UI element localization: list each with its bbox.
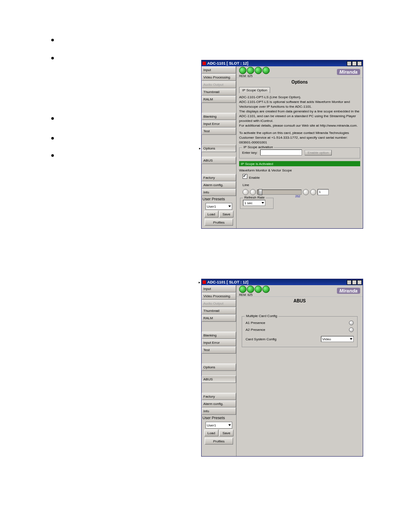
minimize-icon[interactable]: _ <box>347 280 352 285</box>
sidebar-item-input[interactable]: Input <box>202 285 236 292</box>
status-icon <box>262 286 270 293</box>
page-title: Options <box>237 80 363 84</box>
sidebar-item-abus[interactable]: ABUS <box>202 157 236 164</box>
save-button[interactable]: Save <box>219 211 234 218</box>
info-text: To activate the option on this card, ple… <box>239 131 360 145</box>
slider-dec-button[interactable] <box>250 189 256 195</box>
sidebar-item-audio-output[interactable]: Audio Output <box>202 81 236 88</box>
enable-option-button[interactable]: Enable option <box>305 150 332 156</box>
slider-inc-button[interactable] <box>310 189 316 195</box>
slider-thumb[interactable] <box>258 189 262 195</box>
refresh-rate-group: Refresh Rate 1 sec <box>240 198 274 209</box>
doc-bullet <box>51 154 54 157</box>
enter-key-label: Enter key: <box>242 151 258 155</box>
maximize-icon[interactable]: □ <box>352 280 357 285</box>
save-button[interactable]: Save <box>219 429 234 436</box>
sidebar-item-thumbnail[interactable]: Thumbnail <box>202 307 236 314</box>
a2-presence-indicator <box>349 327 354 332</box>
sidebar: Input Video Processing Audio Output Thum… <box>202 285 237 456</box>
sidebar-item-blanking[interactable]: Blanking <box>202 332 236 339</box>
chevron-down-icon <box>228 424 231 426</box>
sidebar-item-video-processing[interactable]: Video Processing <box>202 292 236 300</box>
app-icon <box>202 280 206 284</box>
line-value-input[interactable]: 1 <box>318 189 329 195</box>
multiple-card-config-group: Multiple Card Config A1 Presence A2 Pres… <box>242 316 358 347</box>
tab-ip-scope-option[interactable]: IP Scope Option <box>239 87 270 93</box>
titlebar[interactable]: ADC-1101 [ SLOT : 12] _ □ × <box>202 60 363 66</box>
content-pane: REM: 625 Miranda ABUS Multiple Card Conf… <box>237 285 363 456</box>
sidebar-item-test[interactable]: Test <box>202 346 236 354</box>
line-slider[interactable]: 262 <box>257 190 302 195</box>
window-title: ADC-1101 [ SLOT : 12] <box>207 61 249 65</box>
sidebar-item-abus[interactable]: ABUS <box>202 376 236 383</box>
preset-select[interactable]: User1 <box>206 422 232 429</box>
sidebar-item-video-processing[interactable]: Video Processing <box>202 74 236 81</box>
group-legend: Multiple Card Config <box>245 314 278 318</box>
ip-scope-activation-group: IP Scope activation Enter key: Enable op… <box>239 147 360 159</box>
status-icon <box>247 67 254 74</box>
status-icon <box>262 67 270 74</box>
user-presets-header: User Presets <box>202 196 236 202</box>
abus-window: ADC-1101 [ SLOT : 12] _ □ × Input Video … <box>201 279 363 457</box>
sidebar-item-input-error[interactable]: Input Error <box>202 120 236 128</box>
load-button[interactable]: Load <box>204 211 218 218</box>
card-system-config-select[interactable]: Video <box>321 336 354 342</box>
slider-inc-button[interactable] <box>303 189 309 195</box>
close-icon[interactable]: × <box>357 280 362 285</box>
sidebar-item-alarm-config[interactable]: Alarm config. <box>202 400 236 408</box>
sidebar-item-audio-output[interactable]: Audio Output <box>202 300 236 307</box>
status-icon <box>239 286 246 293</box>
status-icon <box>255 67 262 74</box>
sidebar-item-info[interactable]: Info <box>202 408 236 415</box>
brand-logo: Miranda <box>337 69 360 75</box>
enable-checkbox-label: Enable <box>249 176 260 180</box>
sidebar-item-input-error[interactable]: Input Error <box>202 339 236 346</box>
sidebar-item-ralm[interactable]: RALM <box>202 96 236 103</box>
content-pane: REM: 625 Miranda Options IP Scope Option… <box>237 66 363 228</box>
doc-bullet <box>51 117 54 120</box>
options-window: ADC-1101 [ SLOT : 12] _ □ × Input Video … <box>201 60 363 229</box>
sidebar-item-ralm[interactable]: RALM <box>202 314 236 322</box>
group-legend: Refresh Rate <box>243 196 266 199</box>
a1-presence-label: A1 Presence <box>246 321 265 325</box>
header-subtext: REM: 625 <box>239 75 270 78</box>
profiles-button[interactable]: Profiles <box>205 219 233 226</box>
maximize-icon[interactable]: □ <box>352 61 357 66</box>
load-button[interactable]: Load <box>204 429 218 436</box>
page-title: ABUS <box>237 299 363 303</box>
minimize-icon[interactable]: _ <box>347 61 352 66</box>
status-activated: IP Scope is Activated <box>239 161 360 166</box>
sidebar-item-options[interactable]: ▸Options <box>202 364 236 371</box>
doc-bullet <box>51 137 54 140</box>
sidebar-item-alarm-config[interactable]: Alarm config. <box>202 181 236 189</box>
titlebar[interactable]: ADC-1101 [ SLOT : 12] _ □ × <box>202 279 363 285</box>
sidebar-item-blanking[interactable]: Blanking <box>202 113 236 120</box>
a1-presence-indicator <box>349 320 354 325</box>
user-presets-header: User Presets <box>202 415 236 421</box>
sidebar-item-factory[interactable]: Factory <box>202 174 236 181</box>
header-subtext: REM: 625 <box>239 293 270 296</box>
refresh-rate-select[interactable]: 1 sec <box>243 200 265 206</box>
key-input[interactable] <box>260 149 302 156</box>
info-text: ADC-1101-OPT-LS (Line Scope Option). <box>239 95 360 100</box>
sidebar-item-options[interactable]: ▸Options <box>202 145 236 152</box>
window-title: ADC-1101 [ SLOT : 12] <box>207 280 249 284</box>
preset-select[interactable]: User1 <box>206 203 232 210</box>
sidebar-item-input[interactable]: Input <box>202 66 236 74</box>
enable-checkbox[interactable] <box>243 174 247 179</box>
info-text: For additional details, please consult o… <box>239 123 360 128</box>
doc-bullet <box>51 57 54 59</box>
slider-dec-button[interactable] <box>243 189 249 195</box>
profiles-button[interactable]: Profiles <box>205 438 233 445</box>
a2-presence-label: A2 Presence <box>246 328 265 332</box>
close-icon[interactable]: × <box>357 61 362 66</box>
sidebar-item-test[interactable]: Test <box>202 128 236 135</box>
sidebar: Input Video Processing Audio Output Thum… <box>202 66 237 228</box>
doc-bullet <box>51 39 54 41</box>
sidebar-item-info[interactable]: Info <box>202 189 236 196</box>
wv-label: Waveform Monitor & Vector Scope <box>239 168 360 173</box>
chevron-down-icon <box>350 338 352 340</box>
sidebar-item-factory[interactable]: Factory <box>202 393 236 400</box>
card-system-config-label: Card System Config <box>246 337 277 341</box>
sidebar-item-thumbnail[interactable]: Thumbnail <box>202 88 236 96</box>
